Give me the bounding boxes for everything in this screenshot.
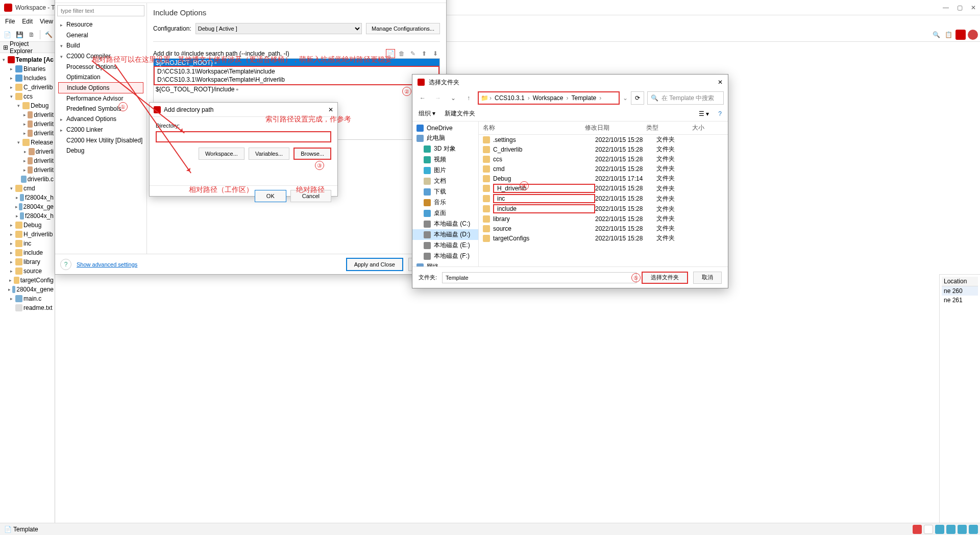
move-up-icon[interactable]: ⬆ (420, 49, 429, 58)
nav-back-icon[interactable]: ← (416, 92, 429, 104)
tree-item[interactable]: ▸f28004x_h (1, 211, 54, 221)
folder-row[interactable]: Debug2022/10/15 17:14文件夹 (479, 174, 728, 183)
tree-item[interactable]: ▾ccs (1, 92, 54, 101)
folder-row[interactable]: source2022/10/15 15:28文件夹 (479, 224, 728, 233)
sidebar-location[interactable]: OneDrive (412, 124, 478, 133)
tree-item[interactable]: driverlib.c (1, 175, 54, 184)
tree-item[interactable]: ▸C_driverlib (1, 83, 54, 92)
tree-item[interactable]: ▾Debug (1, 101, 54, 110)
tree-item[interactable]: ▸driverlit (1, 119, 54, 129)
menu-edit[interactable]: Edit (19, 17, 36, 26)
edit-path-icon[interactable]: ✎ (408, 49, 418, 58)
tree-item[interactable]: ▸driverlit (1, 110, 54, 119)
include-path-item[interactable]: D:\CCS10.3.1\Workspace\Template\include (155, 67, 438, 76)
folder-row[interactable]: include2022/10/15 15:28文件夹 (479, 204, 728, 214)
filter-input[interactable] (57, 5, 144, 16)
prop-tree-item[interactable]: Performance Advisor (58, 93, 143, 104)
save-all-icon[interactable]: 🗎 (27, 30, 37, 40)
sidebar-location[interactable]: 本地磁盘 (C:) (412, 218, 478, 229)
folder-row[interactable]: targetConfigs2022/10/15 15:28文件夹 (479, 233, 728, 243)
folder-row[interactable]: C_driverlib2022/10/15 15:28文件夹 (479, 144, 728, 154)
prop-tree-item[interactable]: C2000 Hex Utility [Disabled] (58, 135, 143, 145)
delete-path-icon[interactable]: 🗑 (397, 49, 406, 58)
include-path-item[interactable]: ${CG_TOOL_ROOT}/include ▫ (154, 85, 439, 93)
refresh-icon[interactable]: ⟳ (631, 91, 644, 105)
config-select[interactable]: Debug [ Active ] (195, 23, 362, 34)
folder-row[interactable]: H_driverlib2022/10/15 15:28文件夹 (479, 183, 728, 193)
sidebar-location[interactable]: 下载 (412, 186, 478, 197)
include-path-item[interactable]: D:\CCS10.3.1\Workspace\Template\H_driver… (155, 76, 438, 84)
tree-item[interactable]: ▸f28004x_h (1, 193, 54, 202)
sidebar-location[interactable]: 桌面 (412, 208, 478, 218)
tree-item[interactable]: ▸driverlit (1, 156, 54, 165)
open-persp-icon[interactable]: 📋 (943, 30, 953, 40)
prop-tree-item[interactable]: Optimization (58, 72, 143, 82)
col-date[interactable]: 修改日期 (581, 121, 642, 134)
folder-row[interactable]: inc2022/10/15 15:28文件夹 (479, 193, 728, 204)
nav-forward-icon[interactable]: → (432, 92, 444, 104)
properties-tree[interactable]: ▸ResourceGeneral▾Build▾C2000 CompilerPro… (57, 16, 144, 159)
prop-tree-item[interactable]: ▸C2000 Linker (58, 125, 143, 135)
folder-row[interactable]: ccs2022/10/15 15:28文件夹 (479, 154, 728, 164)
prop-tree-item[interactable]: ▾Build (58, 40, 143, 51)
show-advanced-link[interactable]: Show advanced settings (77, 261, 137, 268)
tree-item[interactable]: ▸Includes (1, 74, 54, 83)
maximize-icon[interactable]: ▢ (957, 4, 963, 11)
sidebar-location[interactable]: 网络 (412, 261, 478, 266)
sidebar-location[interactable]: 此电脑 (412, 133, 478, 143)
search-icon[interactable]: 🔍 (931, 30, 941, 40)
collapse-icon[interactable]: ⊞ (3, 44, 8, 51)
tree-item[interactable]: ▸28004x_gene (1, 285, 54, 294)
workspace-button[interactable]: Workspace... (199, 148, 244, 160)
prop-tree-item[interactable]: ▸Advanced Options (58, 114, 143, 125)
col-type[interactable]: 类型 (642, 121, 688, 134)
dialog-close-icon[interactable]: ✕ (328, 106, 333, 113)
new-icon[interactable]: 📄 (2, 30, 12, 40)
move-down-icon[interactable]: ⬇ (431, 49, 440, 58)
sidebar-location[interactable]: 音乐 (412, 197, 478, 208)
sidebar-location[interactable]: 视频 (412, 154, 478, 165)
problems-row[interactable]: ne 261 (942, 296, 978, 305)
project-tree[interactable]: ▾Template [Ac▸Binaries▸Includes▸C_driver… (0, 53, 55, 314)
prop-tree-item[interactable]: ▸Resource (58, 19, 143, 30)
tree-item[interactable]: ▸driverli (1, 147, 54, 156)
sidebar-location[interactable]: 本地磁盘 (F:) (412, 251, 478, 261)
tree-item[interactable]: ▾cmd (1, 184, 54, 193)
tree-item[interactable]: ▾Release (1, 138, 54, 147)
debug-persp-icon[interactable] (968, 30, 978, 40)
search-input[interactable]: 🔍 在 Template 中搜索 (647, 91, 724, 105)
select-folder-button[interactable]: 选择文件夹 (642, 272, 688, 284)
add-path-icon[interactable]: 📄 (386, 49, 395, 58)
menu-view[interactable]: View (37, 17, 56, 26)
tree-item[interactable]: readme.txt (1, 303, 54, 312)
tree-item[interactable]: ▸28004x_ge (1, 202, 54, 211)
col-size[interactable]: 大小 (688, 121, 728, 134)
browse-sidebar[interactable]: OneDrive此电脑3D 对象视频图片文档下载音乐桌面本地磁盘 (C:)本地磁… (412, 121, 479, 266)
view-icon[interactable]: ☰ ▾ (699, 110, 709, 117)
folder-row[interactable]: cmd2022/10/15 15:28文件夹 (479, 164, 728, 174)
prop-tree-item[interactable]: Include Options (58, 82, 143, 93)
browse-file-list[interactable]: 名称 修改日期 类型 大小 .settings2022/10/15 15:28文… (479, 121, 728, 266)
manage-config-button[interactable]: Manage Configurations... (366, 23, 440, 34)
variables-button[interactable]: Variables... (249, 148, 289, 160)
folder-row[interactable]: library2022/10/15 15:28文件夹 (479, 214, 728, 224)
breadcrumb[interactable]: 📁› CCS10.3.1› Workspace› Template› (478, 91, 620, 105)
directory-input[interactable] (156, 131, 331, 142)
menu-file[interactable]: File (2, 17, 18, 26)
dialog-close-icon[interactable]: ✕ (718, 79, 723, 86)
sidebar-location[interactable]: 本地磁盘 (D:) (412, 229, 478, 240)
sidebar-location[interactable]: 文档 (412, 176, 478, 186)
close-icon[interactable]: ✕ (971, 4, 976, 11)
tree-item[interactable]: ▸Binaries (1, 64, 54, 74)
cancel-button[interactable]: 取消 (693, 272, 722, 284)
tree-item[interactable]: ▸source (1, 266, 54, 276)
nav-recent-icon[interactable]: ⌄ (447, 92, 459, 104)
browse-button[interactable]: Browse... (293, 148, 331, 160)
folder-input[interactable] (442, 272, 636, 283)
ccs-persp-icon[interactable] (955, 30, 966, 40)
save-icon[interactable]: 💾 (14, 30, 24, 40)
build-icon[interactable]: 🔨 (43, 30, 54, 40)
tree-item[interactable]: ▸inc (1, 239, 54, 248)
cancel-button[interactable]: Cancel (290, 190, 331, 202)
ok-button[interactable]: OK (255, 190, 286, 202)
